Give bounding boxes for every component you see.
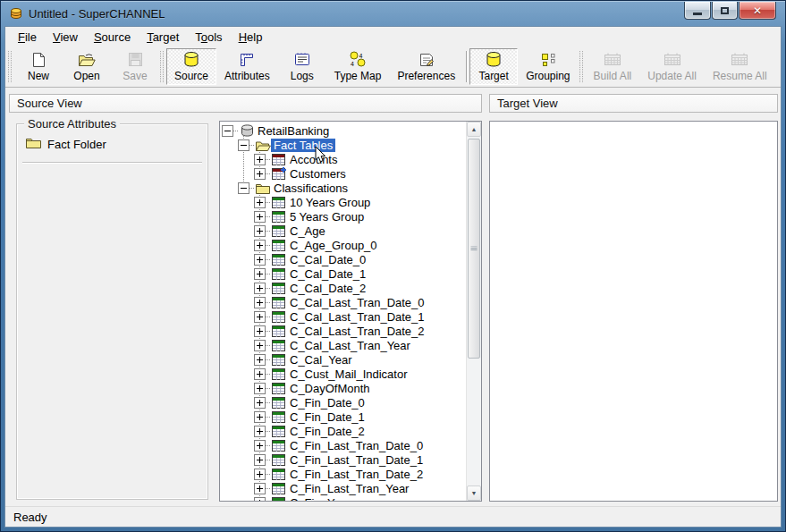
expand-plus-toggle[interactable] xyxy=(254,297,266,308)
prefs-icon xyxy=(418,51,435,68)
logs-button[interactable]: Logs xyxy=(278,48,326,85)
menu-target[interactable]: Target xyxy=(139,28,187,46)
toolbar-separator xyxy=(466,51,467,82)
tree-item-c-cal-date-2[interactable]: C_Cal_Date_2 xyxy=(287,282,368,295)
save-button[interactable]: Save xyxy=(111,48,159,85)
expand-plus-toggle[interactable] xyxy=(254,254,266,266)
expand-plus-toggle[interactable] xyxy=(254,368,266,380)
expand-plus-toggle[interactable] xyxy=(254,211,266,223)
expand-plus-toggle[interactable] xyxy=(254,497,266,502)
expand-plus-toggle[interactable] xyxy=(254,483,266,494)
collapse-minus-toggle[interactable] xyxy=(238,182,249,194)
scroll-down-button[interactable]: ▼ xyxy=(467,486,481,501)
expand-plus-toggle[interactable] xyxy=(254,354,266,366)
expand-plus-toggle[interactable] xyxy=(254,240,266,251)
menu-source[interactable]: Source xyxy=(86,28,139,46)
build-all-button[interactable]: Build All xyxy=(586,48,640,85)
preferences-button[interactable]: Preferences xyxy=(389,48,463,85)
expand-plus-toggle[interactable] xyxy=(254,197,266,208)
menu-tools[interactable]: Tools xyxy=(187,28,230,46)
expand-plus-toggle[interactable] xyxy=(254,469,266,480)
toolbar-gripper xyxy=(160,51,165,82)
table-fact-icon xyxy=(271,153,287,165)
menu-file[interactable]: File xyxy=(10,28,45,46)
tree-item-c-fin-last-tran-date-1[interactable]: C_Fin_Last_Tran_Date_1 xyxy=(287,453,426,467)
close-button[interactable]: ✕ xyxy=(739,2,776,20)
tree-row: 10 Years Group xyxy=(220,195,466,209)
tree-item-c-cal-last-tran-date-1[interactable]: C_Cal_Last_Tran_Date_1 xyxy=(287,310,427,324)
menu-view[interactable]: View xyxy=(45,28,86,46)
title-bar[interactable]: Untitled - SuperCHANNEL ✕ xyxy=(1,1,785,26)
table-class-icon xyxy=(271,353,287,366)
collapse-minus-toggle[interactable] xyxy=(222,125,233,137)
scroll-up-button[interactable]: ▲ xyxy=(467,122,481,137)
target-view-header: Target View xyxy=(489,94,778,113)
update-all-button[interactable]: Update All xyxy=(639,48,705,85)
tree-item-c-cal-last-tran-year[interactable]: C_Cal_Last_Tran_Year xyxy=(287,339,413,352)
new-button[interactable]: New xyxy=(14,48,63,85)
tree-item-c-fin-last-tran-year[interactable]: C_Fin_Last_Tran_Year xyxy=(287,482,411,495)
minimize-button[interactable] xyxy=(684,2,711,20)
tree-item-5-years-group[interactable]: 5 Years Group xyxy=(287,210,367,224)
tree-item-c-cal-last-tran-date-0[interactable]: C_Cal_Last_Tran_Date_0 xyxy=(287,296,427,309)
expand-plus-toggle[interactable] xyxy=(254,168,266,180)
tree-item-retailbanking[interactable]: RetailBanking xyxy=(255,124,332,138)
resume-all-button[interactable]: Resume All xyxy=(705,48,775,85)
expand-plus-toggle[interactable] xyxy=(254,440,266,452)
tree-item-c-cal-date-1[interactable]: C_Cal_Date_1 xyxy=(287,267,368,281)
folder-open-icon xyxy=(255,139,271,151)
expand-plus-toggle[interactable] xyxy=(254,411,266,423)
tree-item-c-cal-year[interactable]: C_Cal_Year xyxy=(287,353,355,367)
expand-plus-toggle[interactable] xyxy=(254,311,266,323)
table-class-icon xyxy=(271,453,287,466)
open-button[interactable]: Open xyxy=(63,48,111,85)
tree-item-c-fin-date-1[interactable]: C_Fin_Date_1 xyxy=(287,410,368,424)
attributes-button[interactable]: Attributes xyxy=(216,48,278,85)
grouping-button[interactable]: Grouping xyxy=(518,48,578,85)
expand-plus-toggle[interactable] xyxy=(254,383,266,394)
expand-plus-toggle[interactable] xyxy=(254,325,266,337)
expand-plus-toggle[interactable] xyxy=(254,454,266,466)
expand-plus-toggle[interactable] xyxy=(254,225,266,237)
main-area: Source View Source Attributes Fact Folde… xyxy=(5,88,781,506)
target-tree xyxy=(489,121,778,502)
tree-item-c-fin-year[interactable]: C_Fin_Year xyxy=(287,496,353,502)
tree-item-c-fin-last-tran-date-0[interactable]: C_Fin_Last_Tran_Date_0 xyxy=(287,439,426,452)
tree-row: C_Fin_Date_0 xyxy=(220,395,466,410)
tree-item-c-fin-date-2[interactable]: C_Fin_Date_2 xyxy=(287,425,368,438)
window-title: Untitled - SuperCHANNEL xyxy=(29,7,165,21)
expand-plus-toggle[interactable] xyxy=(254,426,266,437)
tree-item-10-years-group[interactable]: 10 Years Group xyxy=(287,196,373,209)
tree-row: C_Cal_Year xyxy=(220,352,466,367)
tree-item-c-cust-mail-indicator[interactable]: C_Cust_Mail_Indicator xyxy=(287,367,410,381)
tree-item-c-age[interactable]: C_Age xyxy=(287,224,328,238)
expand-plus-toggle[interactable] xyxy=(254,268,266,280)
expand-plus-toggle[interactable] xyxy=(254,340,266,351)
tree-item-c-age-group-0[interactable]: C_Age_Group_0 xyxy=(287,239,380,252)
tree-item-c-fin-date-0[interactable]: C_Fin_Date_0 xyxy=(287,396,368,410)
tree-item-classifications[interactable]: Classifications xyxy=(271,182,351,195)
expand-plus-toggle[interactable] xyxy=(254,397,266,409)
tree-item-c-dayofmonth[interactable]: C_DayOfMonth xyxy=(287,382,373,395)
scroll-thumb[interactable] xyxy=(468,139,480,359)
tree-row: C_Fin_Last_Tran_Year xyxy=(220,481,466,495)
tree-item-accounts[interactable]: Accounts xyxy=(287,153,340,166)
tree-item-c-cal-date-0[interactable]: C_Cal_Date_0 xyxy=(287,253,368,266)
collapse-minus-toggle[interactable] xyxy=(238,139,249,151)
menu-help[interactable]: Help xyxy=(231,28,271,46)
target-view-panel: Target View xyxy=(489,94,778,502)
maximize-button[interactable] xyxy=(712,2,738,20)
target-button[interactable]: Target xyxy=(469,48,518,85)
table-class-icon xyxy=(271,496,287,501)
tree-item-c-fin-last-tran-date-2[interactable]: C_Fin_Last_Tran_Date_2 xyxy=(287,468,426,481)
expand-plus-toggle[interactable] xyxy=(254,154,266,165)
tree-item-c-cal-last-tran-date-2[interactable]: C_Cal_Last_Tran_Date_2 xyxy=(287,325,427,338)
mouse-cursor xyxy=(315,146,326,164)
source-button[interactable]: Source xyxy=(166,48,216,85)
fact-folder-item[interactable]: Fact Folder xyxy=(26,137,207,151)
tree-scrollbar[interactable]: ▲ ▼ xyxy=(466,122,481,501)
toolbar-button-label: New xyxy=(28,70,49,82)
type-map-button[interactable]: 44Type Map xyxy=(326,48,390,85)
expand-plus-toggle[interactable] xyxy=(254,283,266,294)
tree-item-customers[interactable]: Customers xyxy=(287,167,349,181)
